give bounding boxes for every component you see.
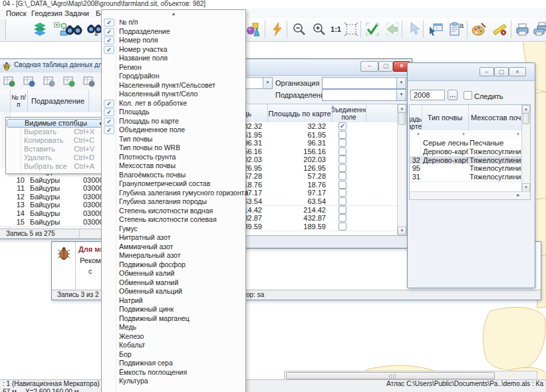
pivot-links-icon[interactable] (43, 74, 56, 88)
menubar-item-3[interactable]: Задачи (62, 9, 92, 18)
column-menu-item-13[interactable]: ✓Объединенное поле (102, 126, 245, 135)
column-menu-item-2[interactable]: ✓Подразделение (102, 27, 245, 37)
column-header-area-map-clipped[interactable]: Площадь по карте (410, 105, 422, 130)
menu-item-6[interactable]: Выбрать всеCtrl+A (7, 162, 105, 171)
select-cursor-icon[interactable] (404, 19, 423, 39)
filter-row[interactable]: ▼ ▼ ▼ (410, 130, 522, 140)
column-menu-item-37[interactable]: Кобальт (102, 341, 245, 350)
maximize-button[interactable]: ▢ (378, 61, 393, 72)
column-menu-item-24[interactable]: Гумус (102, 225, 245, 234)
merged-field-checkbox[interactable] (339, 131, 346, 139)
apply-selection-check-icon[interactable] (363, 19, 382, 39)
menu-scroll-up-icon[interactable]: ▲ (102, 10, 245, 18)
column-menu-item-17[interactable]: Мехсостав почвы (102, 161, 245, 171)
column-menu-item-38[interactable]: Бор (102, 350, 245, 359)
browse-button[interactable]: ... (448, 90, 458, 100)
soil-vertical-scrollbar[interactable]: ▲ ▼ (521, 105, 530, 192)
menu-item-3[interactable]: КопироватьCtrl+C (7, 136, 105, 145)
measure-route-icon[interactable] (491, 19, 509, 39)
table-row[interactable]: 31Тяжелосуглинисть (410, 173, 522, 182)
column-menu-item-6[interactable]: Регион (102, 63, 245, 72)
merged-field-checkbox[interactable] (339, 164, 346, 172)
style-palette-icon[interactable] (470, 19, 489, 39)
close-button[interactable]: × (509, 67, 526, 76)
column-menu-item-8[interactable]: Населенный пункт/Сельсовет (102, 81, 245, 90)
merged-field-checkbox[interactable] (339, 147, 346, 155)
soil-window-titlebar[interactable]: – ▢ × (408, 63, 535, 81)
column-header-num[interactable]: № п/п (10, 90, 28, 112)
edit-table-icon[interactable] (3, 74, 16, 88)
column-menu-item-31[interactable]: Обменный кальций (102, 287, 245, 296)
column-menu-item-23[interactable]: Степень кислотности солевая (102, 215, 245, 225)
column-menu-item-11[interactable]: ✓Площадь (102, 108, 245, 117)
column-menu-item-7[interactable]: Город/район (102, 72, 245, 81)
table-row[interactable]: Серые лесныеПесчаные (410, 139, 522, 148)
merged-field-checkbox[interactable] (339, 189, 346, 197)
column-menu-item-15[interactable]: Тип почвы по WRB (102, 144, 245, 153)
column-menu-item-10[interactable]: ✓Кол. лет в обработке (102, 99, 245, 108)
dialog-vertical-scrollbar[interactable]: ▲ ▼ (397, 104, 406, 235)
merged-field-checkbox[interactable] (339, 155, 346, 163)
3d-objects-icon[interactable] (243, 19, 262, 39)
merged-field-checkbox[interactable] (339, 206, 346, 214)
menu-item-5[interactable]: УдалитьCtrl+D (7, 153, 105, 162)
column-menu-item-18[interactable]: Влагоёмкость почвы (102, 171, 245, 180)
column-menu-item-41[interactable]: Культура (102, 377, 245, 386)
chevron-down-icon[interactable]: ▼ (462, 132, 466, 136)
column-menu-item-32[interactable]: Натрий (102, 296, 245, 306)
back-selection-arrow-icon[interactable] (383, 19, 402, 39)
menu-item-2[interactable]: ВырезатьCtrl+X (7, 128, 105, 136)
column-menu-item-29[interactable]: Обменный калий (102, 269, 245, 278)
merged-field-checkbox[interactable]: ✓ (339, 122, 346, 130)
fit-extent-icon[interactable] (342, 19, 360, 39)
column-menu-item-16[interactable]: Плотность грунта (102, 153, 245, 162)
column-menu-item-20[interactable]: Глубина залегания гумусного горизонта (102, 189, 245, 198)
attributes-clipboard-icon[interactable]: a (447, 19, 466, 39)
merged-field-checkbox[interactable] (339, 172, 346, 180)
column-header-merged[interactable]: Объединенное поле (332, 104, 366, 122)
soil-horizontal-scrollbar[interactable]: ► (410, 191, 530, 199)
menu-item-4[interactable]: ВставитьCtrl+V (7, 145, 105, 153)
column-menu-item-21[interactable]: Глубина залегания породы (102, 197, 245, 207)
print-icon[interactable] (513, 19, 532, 39)
column-header-division[interactable]: Подразделение (27, 90, 89, 112)
merged-field-checkbox[interactable] (339, 139, 346, 147)
column-menu-item-39[interactable]: Подвижная сера (102, 359, 245, 368)
merged-field-checkbox[interactable] (339, 181, 346, 189)
search-binoculars-icon[interactable] (63, 19, 84, 39)
column-menu-item-33[interactable]: Подвижный цинк (102, 305, 245, 314)
follow-checkbox[interactable] (464, 91, 472, 100)
print-icon[interactable] (82, 74, 96, 88)
layers-icon[interactable] (31, 19, 49, 39)
column-menu-item-1[interactable]: ✓№ п/п (102, 18, 245, 27)
scrollbar-thumb[interactable] (398, 112, 406, 125)
column-menu-item-27[interactable]: Минеральный азот (102, 251, 245, 260)
column-header-mech[interactable]: Мехсостав почвы (468, 105, 526, 130)
column-menu-item-19[interactable]: Гранулометрический состав (102, 179, 245, 189)
table-row[interactable]: 32Дерново-карбТяжелосуглинисть (410, 156, 522, 165)
table-row[interactable]: Дерново-карбТяжелосуглинисть (410, 147, 522, 157)
column-menu-item-5[interactable]: Название поля (102, 54, 245, 63)
column-menu-item-22[interactable]: Степень кислотности водная (102, 207, 245, 216)
zoom-in-icon[interactable] (310, 19, 329, 39)
column-menu-item-9[interactable]: Населенный пункт/Село (102, 90, 245, 99)
scroll-right-icon[interactable]: ► (516, 193, 521, 197)
column-menu-item-4[interactable]: ✓Номер участка (102, 45, 245, 54)
object-info-icon[interactable] (426, 19, 445, 39)
cut-toolbar-button[interactable] (0, 19, 6, 39)
column-menu-item-14[interactable]: Тип почвы (102, 135, 245, 144)
scale-1-1-icon[interactable]: 1:1 (329, 19, 343, 39)
maximize-button[interactable]: ▢ (494, 67, 509, 76)
export-table-icon[interactable] (23, 74, 36, 88)
division-combobox[interactable]: ▼ (322, 89, 406, 101)
column-menu-item-3[interactable]: ✓Номер поля (102, 36, 245, 45)
column-header-soil-type[interactable]: Тип почвы (422, 105, 469, 130)
minimize-button[interactable]: – (360, 61, 378, 72)
column-menu-item-30[interactable]: Обменный магний (102, 278, 245, 288)
merged-field-checkbox[interactable] (339, 214, 346, 222)
scrollbar-thumb[interactable] (286, 372, 495, 379)
column-menu-item-36[interactable]: Железо (102, 332, 245, 342)
refresh-table-icon[interactable] (63, 74, 76, 88)
column-menu-item-25[interactable]: Нитратный азот (102, 233, 245, 243)
chevron-down-icon[interactable]: ▼ (516, 132, 520, 136)
